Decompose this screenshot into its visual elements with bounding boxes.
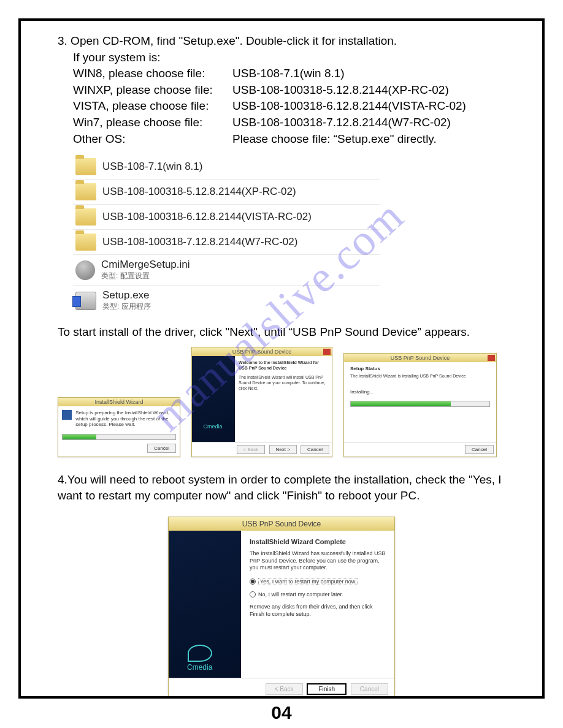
wizard-complete-window: USB PnP Sound Device Cmedia InstallShiel… (168, 517, 395, 699)
start-install-text: To start install of the driver, click "N… (58, 324, 505, 341)
setup-status-heading: Setup Status (350, 366, 490, 371)
progress-bar (350, 401, 490, 407)
os-label: WIN8, please choose file: (73, 66, 232, 82)
exe-file-row[interactable]: Setup.exe 类型: 应用程序 (73, 286, 380, 316)
os-label: WINXP, please choose file: (73, 82, 232, 99)
folder-icon (75, 183, 96, 200)
next-button[interactable]: Next > (269, 445, 297, 454)
installshield-prepare-window: InstallShield Wizard Setup is preparing … (58, 397, 180, 457)
progress-bar (62, 434, 176, 440)
window-title: InstallShield Wizard (58, 398, 180, 406)
back-button: < Back (237, 445, 266, 454)
welcome-heading: Welcome to the InstallShield Wizard for … (239, 360, 328, 371)
ini-file-row[interactable]: CmiMergeSetup.ini 类型: 配置设置 (73, 255, 380, 286)
wizard-screenshots-row: InstallShield Wizard Setup is preparing … (58, 347, 524, 457)
step4-text: 4.You will need to reboot system in orde… (58, 472, 505, 504)
ini-file-meta: 类型: 配置设置 (101, 271, 190, 281)
restart-later-option[interactable]: No, I will restart my computer later. (250, 591, 386, 597)
cmedia-swirl-icon (188, 645, 212, 662)
wizard-side-panel: Cmedia (192, 356, 235, 442)
installing-label: Installing... (350, 389, 490, 395)
complete-heading: InstallShield Wizard Complete (250, 538, 386, 545)
prepare-message: Setup is preparing the InstallShield Wiz… (75, 410, 174, 428)
setup-status-window: USB PnP Sound Device Setup Status The In… (343, 353, 497, 457)
folder-icon (75, 233, 96, 251)
cmedia-logo: Cmedia (203, 423, 223, 438)
welcome-body: The InstallShield Wizard will install US… (239, 374, 328, 391)
folder-row[interactable]: USB-108-100318-7.12.8.2144(W7-RC-02) (73, 230, 380, 255)
close-icon[interactable] (323, 349, 331, 355)
os-file: Please choose file: “Setup.exe" directly… (232, 131, 484, 148)
folder-icon (75, 208, 96, 226)
restart-now-option[interactable]: Yes, I want to restart my computer now. (250, 578, 386, 585)
ini-file-name: CmiMergeSetup.ini (101, 259, 190, 271)
window-title: USB PnP Sound Device (192, 347, 332, 356)
os-file: USB-108-100318-6.12.8.2144(VISTA-RC-02) (232, 98, 484, 115)
close-icon[interactable] (488, 355, 495, 361)
cmedia-logo: Cmedia (187, 645, 212, 672)
os-label: VISTA, please choose file: (73, 98, 232, 115)
os-file: USB-108-100318-7.12.8.2144(W7-RC-02) (232, 115, 484, 131)
folder-row[interactable]: USB-108-100318-6.12.8.2144(VISTA-RC-02) (73, 205, 380, 230)
window-title: USB PnP Sound Device (169, 517, 394, 531)
restart-later-label: No, I will restart my computer later. (258, 591, 343, 597)
exe-file-name: Setup.exe (102, 289, 151, 301)
os-label: Win7, please choose file: (73, 115, 232, 131)
folder-name: USB-108-100318-7.12.8.2144(W7-RC-02) (102, 236, 297, 248)
exe-file-meta: 类型: 应用程序 (102, 301, 151, 312)
cancel-button: Cancel (351, 683, 388, 695)
finish-button[interactable]: Finish (307, 683, 347, 695)
back-button: < Back (266, 683, 303, 695)
cancel-button[interactable]: Cancel (465, 445, 494, 454)
gear-icon (75, 260, 95, 280)
os-file: USB-108-100318-5.12.8.2144(XP-RC-02) (232, 82, 484, 99)
restart-now-label: Yes, I want to restart my computer now. (258, 578, 358, 585)
complete-paragraph: The InstallShield Wizard has successfull… (250, 550, 386, 572)
setup-icon (62, 410, 72, 420)
cancel-button[interactable]: Cancel (147, 444, 176, 453)
setup-status-text: The InstallShield Wizard is installing U… (350, 374, 490, 378)
step3-line2: If your system is: (73, 50, 524, 66)
file-listing: USB-108-7.1(win 8.1) USB-108-100318-5.12… (73, 154, 380, 316)
os-file: USB-108-7.1(win 8.1) (232, 66, 484, 82)
folder-name: USB-108-100318-6.12.8.2144(VISTA-RC-02) (102, 211, 312, 223)
step3-block: 3. Open CD-ROM, find "Setup.exe". Double… (58, 33, 524, 66)
folder-row[interactable]: USB-108-7.1(win 8.1) (73, 154, 380, 180)
os-label: Other OS: (73, 131, 232, 148)
wizard-side-panel: Cmedia (169, 531, 241, 678)
radio-icon (250, 591, 256, 597)
installer-icon (75, 292, 96, 310)
folder-icon (75, 158, 96, 175)
folder-name: USB-108-7.1(win 8.1) (102, 161, 202, 173)
folder-row[interactable]: USB-108-100318-5.12.8.2144(XP-RC-02) (73, 180, 380, 205)
page-frame: manualslive.com 3. Open CD-ROM, find "Se… (18, 18, 545, 699)
wizard-welcome-window: USB PnP Sound Device Cmedia Welcome to t… (191, 347, 332, 457)
page-number: 04 (18, 702, 545, 723)
folder-name: USB-108-100318-5.12.8.2144(XP-RC-02) (102, 186, 296, 198)
os-table: WIN8, please choose file:USB-108-7.1(win… (73, 66, 484, 147)
cancel-button[interactable]: Cancel (301, 445, 329, 454)
radio-selected-icon (250, 578, 256, 585)
window-title: USB PnP Sound Device (344, 354, 496, 362)
step3-line1: 3. Open CD-ROM, find "Setup.exe". Double… (58, 33, 524, 50)
remove-disks-text: Remove any disks from their drives, and … (250, 604, 386, 618)
